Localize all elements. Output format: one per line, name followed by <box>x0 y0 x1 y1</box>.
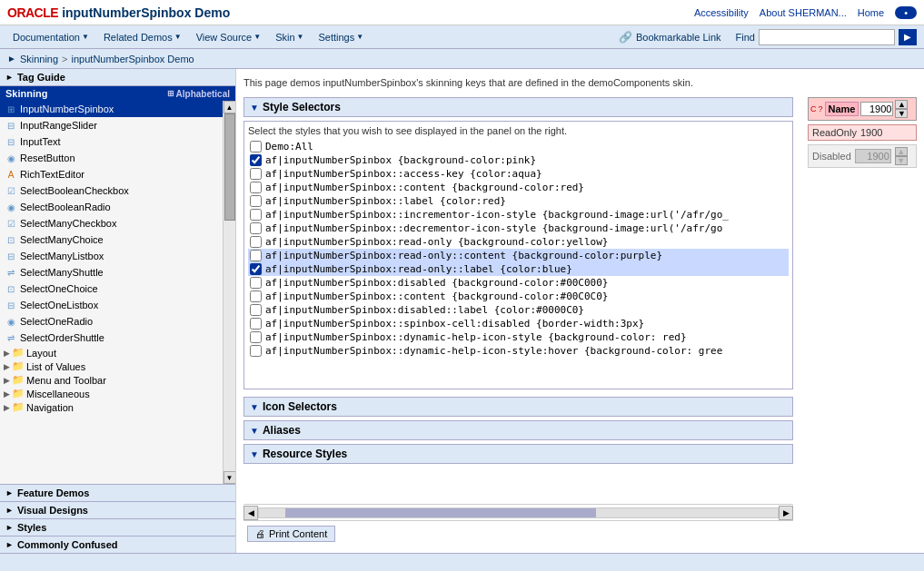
style-label-14[interactable]: af|inputNumberSpinbox::dynamic-help-icon… <box>265 331 687 343</box>
folder-listofvalues[interactable]: ▶ 📁 List of Values <box>0 359 223 373</box>
component-icon-5: ☑ <box>4 183 18 198</box>
style-label-13[interactable]: af|inputNumberSpinbox::spinbox-cell:disa… <box>265 318 644 330</box>
feature-demos-label: Feature Demos <box>17 487 89 498</box>
hscroll-track[interactable] <box>258 507 779 518</box>
menu-view-source[interactable]: View Source ▼ <box>191 29 266 45</box>
breadcrumb-skinning[interactable]: Skinning <box>20 54 58 64</box>
style-label-7[interactable]: af|inputNumberSpinbox:read-only {backgro… <box>265 236 609 248</box>
style-checkbox-13[interactable] <box>250 318 262 330</box>
style-label-15[interactable]: af|inputNumberSpinbox::dynamic-help-icon… <box>265 345 722 357</box>
home-link[interactable]: Home <box>858 7 884 18</box>
tree-item-inputrangeslider[interactable]: ⊟ InputRangeSlider <box>0 117 223 133</box>
style-checkbox-7[interactable] <box>250 236 262 248</box>
tree-item-selectmanycheckbox[interactable]: ☑ SelectManyCheckbox <box>0 215 223 231</box>
spinbox-down-btn[interactable]: ▼ <box>895 109 908 118</box>
style-checkbox-0[interactable] <box>250 141 262 153</box>
tree-item-selectoneradio[interactable]: ◉ SelectOneRadio <box>0 313 223 330</box>
tree-item-selectmanyshuttle[interactable]: ⇌ SelectManyShuttle <box>0 264 223 281</box>
sidebar-vscrollbar[interactable]: ▲ ▼ <box>223 101 235 484</box>
style-label-4[interactable]: af|inputNumberSpinbox::label {color:red} <box>265 195 506 207</box>
aliases-header[interactable]: ▼ Aliases <box>243 420 793 440</box>
component-icon-11: ⊡ <box>4 281 18 296</box>
style-checkbox-5[interactable] <box>250 209 262 221</box>
accessibility-link[interactable]: Accessibility <box>694 7 749 18</box>
tree-item-label-7: SelectManyCheckbox <box>20 218 116 229</box>
tree-item-selectonelistbox[interactable]: ⊟ SelectOneListbox <box>0 297 223 313</box>
style-checkbox-14[interactable] <box>250 331 262 343</box>
component-icon-14: ⇌ <box>4 330 18 345</box>
hscroll-left-btn[interactable]: ◀ <box>243 506 258 520</box>
vscroll-down-btn[interactable]: ▼ <box>224 471 236 484</box>
vscroll-track[interactable] <box>224 113 236 471</box>
vscroll-up-btn[interactable]: ▲ <box>224 101 236 113</box>
folder-miscellaneous[interactable]: ▶ 📁 Miscellaneous <box>0 387 223 400</box>
tree-item-selectordershuttle[interactable]: ⇌ SelectOrderShuttle <box>0 330 223 346</box>
style-checkbox-9[interactable] <box>250 263 262 275</box>
feature-demos-section[interactable]: ► Feature Demos <box>0 484 235 501</box>
style-label-3[interactable]: af|inputNumberSpinbox::content {backgrou… <box>265 182 584 193</box>
commonly-confused-section[interactable]: ► Commonly Confused <box>0 536 235 553</box>
spinbox-input[interactable] <box>860 102 893 116</box>
icon-selectors-header[interactable]: ▼ Icon Selectors <box>243 397 793 417</box>
style-checkbox-3[interactable] <box>250 182 262 193</box>
style-checkbox-8[interactable] <box>250 250 262 261</box>
styles-section[interactable]: ► Styles <box>0 518 235 536</box>
print-button[interactable]: 🖨 Print Content <box>247 526 335 542</box>
style-row-14: af|inputNumberSpinbox::dynamic-help-icon… <box>248 330 789 344</box>
menu-documentation[interactable]: Documentation ▼ <box>7 29 94 45</box>
style-checkbox-1[interactable] <box>250 154 262 166</box>
bookmarkable-link[interactable]: 🔗 Bookmarkable Link <box>619 31 721 44</box>
menu-skin[interactable]: Skin ▼ <box>270 29 309 45</box>
tree-item-inputnumberspinbox[interactable]: ⊞ InputNumberSpinbox <box>0 101 223 117</box>
style-selectors-header[interactable]: ▼ Style Selectors <box>243 97 793 117</box>
style-label-11[interactable]: af|inputNumberSpinbox::content {backgrou… <box>265 290 609 302</box>
visual-designs-section[interactable]: ► Visual Designs <box>0 501 235 518</box>
tree-item-selectbooleanradio[interactable]: ◉ SelectBooleanRadio <box>0 199 223 215</box>
style-label-8[interactable]: af|inputNumberSpinbox:read-only::content… <box>265 250 662 261</box>
style-checkbox-12[interactable] <box>250 304 262 316</box>
style-checkbox-15[interactable] <box>250 345 262 357</box>
hscroll-thumb <box>285 508 597 517</box>
find-input[interactable] <box>759 29 895 45</box>
style-checkbox-6[interactable] <box>250 222 262 234</box>
tree-item-selectbooleancheckbox[interactable]: ☑ SelectBooleanCheckbox <box>0 182 223 199</box>
find-button[interactable]: ▶ <box>899 29 917 45</box>
style-checkbox-11[interactable] <box>250 290 262 302</box>
style-label-1[interactable]: af|inputNumberSpinbox {background-color:… <box>265 154 536 166</box>
resource-styles-header[interactable]: ▼ Resource Styles <box>243 444 793 464</box>
component-icon-10: ⇌ <box>4 265 18 280</box>
component-icon-3: ◉ <box>4 151 18 165</box>
style-label-5[interactable]: af|inputNumberSpinbox::incrementor-icon-… <box>265 209 729 221</box>
style-checkbox-4[interactable] <box>250 195 262 207</box>
home-button[interactable]: • <box>895 6 917 19</box>
vscroll-thumb <box>224 113 235 221</box>
folder-navigation[interactable]: ▶ 📁 Navigation <box>0 400 223 414</box>
style-label-0[interactable]: Demo:All <box>265 141 313 153</box>
style-label-6[interactable]: af|inputNumberSpinbox::decrementor-icon-… <box>265 222 722 234</box>
tag-guide-header[interactable]: ► Tag Guide <box>0 69 235 86</box>
hscroll-right-btn[interactable]: ▶ <box>779 506 793 520</box>
style-label-10[interactable]: af|inputNumberSpinbox:disabled {backgrou… <box>265 277 609 289</box>
tree-item-selectmanychoice[interactable]: ⊡ SelectManyChoice <box>0 231 223 248</box>
style-label-9[interactable]: af|inputNumberSpinbox:read-only::label {… <box>265 263 572 275</box>
menu-settings[interactable]: Settings ▼ <box>313 29 369 45</box>
tree-item-inputtext[interactable]: ⊟ InputText <box>0 133 223 150</box>
folder-layout[interactable]: ▶ 📁 Layout <box>0 346 223 359</box>
style-label-2[interactable]: af|inputNumberSpinbox::access-key {color… <box>265 168 542 180</box>
about-link[interactable]: About SHERMAN... <box>760 7 847 18</box>
tree-item-selectmanylistbox[interactable]: ⊟ SelectManyListbox <box>0 248 223 264</box>
style-checkbox-2[interactable] <box>250 168 262 180</box>
component-icon-13: ◉ <box>4 314 18 329</box>
alphabetical-label: Alphabetical <box>176 89 230 99</box>
style-label-12[interactable]: af|inputNumberSpinbox:disabled::label {c… <box>265 304 584 316</box>
component-icon-2: ⊟ <box>4 134 18 149</box>
style-checkbox-10[interactable] <box>250 277 262 289</box>
tree-item-richtexteditor[interactable]: A RichTextEditor <box>0 166 223 182</box>
alphabetical-btn[interactable]: ⊞ Alphabetical <box>167 89 230 99</box>
menu-related-demos[interactable]: Related Demos ▼ <box>98 29 187 45</box>
folder-menu-toolbar[interactable]: ▶ 📁 Menu and Toolbar <box>0 373 223 387</box>
tree-item-selectonechoice[interactable]: ⊡ SelectOneChoice <box>0 281 223 297</box>
spinbox-up-btn[interactable]: ▲ <box>895 100 908 109</box>
tree-item-resetbutton[interactable]: ◉ ResetButton <box>0 150 223 166</box>
h-scrollbar[interactable]: ◀ ▶ <box>243 504 793 520</box>
